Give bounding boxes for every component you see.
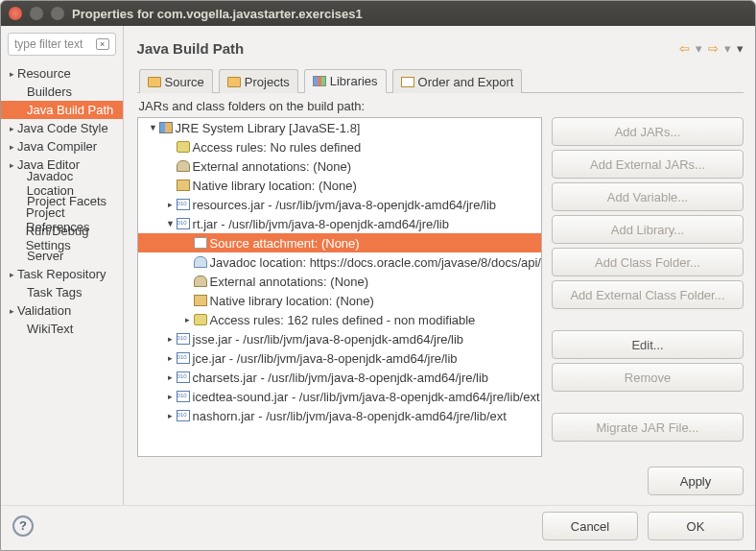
ann-icon — [177, 160, 190, 172]
tree-row[interactable]: ▸resources.jar - /usr/lib/jvm/java-8-ope… — [138, 195, 541, 214]
add-jars-button[interactable]: Add JARs... — [552, 117, 744, 146]
tree-row[interactable]: External annotations: (None) — [138, 272, 541, 291]
sidebar-item-java-compiler[interactable]: ▸Java Compiler — [1, 137, 123, 156]
sidebar-item-run-debug-settings[interactable]: Run/Debug Settings — [1, 228, 123, 247]
nav-arrows: ⇦ ▾ ⇨ ▾ ▾ — [679, 41, 744, 56]
view-menu-icon[interactable]: ▾ — [737, 41, 744, 56]
ok-button[interactable]: OK — [648, 512, 744, 540]
tree-row-label: resources.jar - /usr/lib/jvm/java-8-open… — [193, 198, 496, 212]
filter-input[interactable]: type filter text × — [8, 33, 116, 56]
sidebar-item-task-repository[interactable]: ▸Task Repository — [1, 265, 123, 283]
jar-icon — [177, 333, 190, 345]
add-external-class-folder-button[interactable]: Add External Class Folder... — [552, 280, 744, 309]
sidebar-item-label: Resource — [17, 66, 71, 81]
window-min-icon[interactable] — [30, 7, 43, 20]
help-icon[interactable]: ? — [12, 515, 34, 537]
twisty-icon: ▸ — [7, 142, 16, 152]
footer: ? Cancel OK — [1, 505, 755, 550]
folder-icon — [148, 77, 161, 87]
page-title: Java Build Path — [137, 40, 245, 57]
tree-row[interactable]: ▸charsets.jar - /usr/lib/jvm/java-8-open… — [138, 368, 541, 387]
sidebar-item-java-build-path[interactable]: Java Build Path — [1, 101, 123, 119]
forward-icon[interactable]: ⇨ — [708, 41, 719, 56]
jar-icon — [177, 199, 190, 210]
tree-row[interactable]: ▼JRE System Library [JavaSE-1.8] — [138, 118, 541, 137]
add-class-folder-button[interactable]: Add Class Folder... — [552, 248, 744, 276]
twisty-icon[interactable]: ▸ — [165, 353, 177, 363]
migrate-jar-button[interactable]: Migrate JAR File... — [552, 413, 744, 442]
twisty-icon[interactable]: ▼ — [165, 219, 177, 228]
twisty-icon[interactable]: ▸ — [165, 334, 177, 344]
tree-row-label: icedtea-sound.jar - /usr/lib/jvm/java-8-… — [193, 390, 540, 404]
libraries-tree[interactable]: ▼JRE System Library [JavaSE-1.8]Access r… — [137, 117, 542, 457]
titlebar: Properties for com.vogella.javastarter.e… — [1, 1, 755, 26]
jar-icon — [177, 218, 190, 229]
ann-icon — [194, 276, 207, 287]
tree-row-label: Source attachment: (None) — [210, 236, 360, 251]
tab-order-and-export[interactable]: Order and Export — [392, 69, 523, 93]
tree-row-label: Javadoc location: https://docs.oracle.co… — [210, 255, 541, 270]
window-title: Properties for com.vogella.javastarter.e… — [72, 7, 363, 21]
twisty-icon[interactable]: ▸ — [165, 392, 177, 401]
tree-row[interactable]: Native library location: (None) — [138, 291, 541, 310]
tree-row[interactable]: ▼rt.jar - /usr/lib/jvm/java-8-openjdk-am… — [138, 214, 541, 233]
tree-row[interactable]: ▸jce.jar - /usr/lib/jvm/java-8-openjdk-a… — [138, 348, 541, 368]
tab-source[interactable]: Source — [139, 69, 213, 93]
window-max-icon[interactable] — [51, 7, 64, 20]
tree-row[interactable]: Native library location: (None) — [138, 176, 541, 195]
rule-icon — [177, 141, 190, 153]
twisty-icon[interactable]: ▸ — [165, 372, 177, 382]
add-variable-button[interactable]: Add Variable... — [552, 182, 744, 211]
sidebar-item-task-tags[interactable]: Task Tags — [1, 283, 123, 301]
tree-row[interactable]: External annotations: (None) — [138, 156, 541, 176]
twisty-icon: ▸ — [7, 69, 16, 79]
sidebar-item-label: Run/Debug Settings — [26, 224, 123, 252]
twisty-icon: ▸ — [7, 124, 16, 133]
folder-icon — [227, 77, 241, 87]
tab-libraries[interactable]: Libraries — [304, 69, 387, 93]
back-icon[interactable]: ⇦ — [679, 41, 690, 56]
lib-icon — [159, 122, 173, 133]
cancel-button[interactable]: Cancel — [542, 512, 638, 540]
tab-label: Order and Export — [418, 75, 514, 89]
main-header: Java Build Path ⇦ ▾ ⇨ ▾ ▾ — [137, 34, 744, 62]
tree-row[interactable]: ▸jsse.jar - /usr/lib/jvm/java-8-openjdk-… — [138, 329, 541, 348]
sidebar-item-builders[interactable]: Builders — [1, 83, 123, 101]
tree-row[interactable]: ▸nashorn.jar - /usr/lib/jvm/java-8-openj… — [138, 406, 541, 425]
sidebar-item-wikitext[interactable]: WikiText — [1, 320, 123, 338]
sidebar-item-validation[interactable]: ▸Validation — [1, 301, 123, 320]
twisty-icon[interactable]: ▸ — [165, 200, 177, 209]
twisty-icon[interactable]: ▼ — [148, 123, 159, 132]
sidebar-item-label: Java Build Path — [27, 103, 113, 117]
tree-row-label: charsets.jar - /usr/lib/jvm/java-8-openj… — [193, 371, 489, 385]
tab-label: Source — [165, 75, 204, 89]
clear-filter-icon[interactable]: × — [96, 38, 109, 50]
sidebar-item-resource[interactable]: ▸Resource — [1, 64, 123, 83]
back-menu-icon[interactable]: ▾ — [696, 41, 702, 56]
nl-icon — [194, 295, 207, 306]
apply-row: Apply — [137, 467, 744, 495]
remove-button[interactable]: Remove — [552, 363, 744, 392]
filter-placeholder: type filter text — [14, 37, 83, 51]
window-close-icon[interactable] — [9, 7, 22, 20]
add-library-button[interactable]: Add Library... — [552, 215, 744, 244]
tree-row-label: Native library location: (None) — [193, 179, 357, 193]
sidebar-item-javadoc-location[interactable]: Javadoc Location — [1, 174, 123, 192]
tab-label: Projects — [245, 75, 290, 89]
twisty-icon[interactable]: ▸ — [165, 411, 177, 420]
twisty-icon[interactable]: ▸ — [182, 315, 194, 324]
edit-button[interactable]: Edit... — [552, 330, 744, 359]
tree-row[interactable]: Javadoc location: https://docs.oracle.co… — [138, 252, 541, 272]
tree-row[interactable]: Source attachment: (None) — [138, 233, 541, 252]
tree-row[interactable]: Access rules: No rules defined — [138, 137, 541, 156]
tree-row[interactable]: ▸icedtea-sound.jar - /usr/lib/jvm/java-8… — [138, 387, 541, 406]
nl-icon — [177, 180, 190, 191]
tab-projects[interactable]: Projects — [219, 69, 298, 93]
apply-button[interactable]: Apply — [648, 467, 744, 495]
window: Properties for com.vogella.javastarter.e… — [0, 0, 756, 551]
add-external-jars-button[interactable]: Add External JARs... — [552, 150, 744, 179]
sidebar-item-java-code-style[interactable]: ▸Java Code Style — [1, 119, 123, 137]
tree-row[interactable]: ▸Access rules: 162 rules defined - non m… — [138, 310, 541, 329]
forward-menu-icon[interactable]: ▾ — [724, 41, 731, 56]
twisty-icon: ▸ — [7, 306, 16, 316]
